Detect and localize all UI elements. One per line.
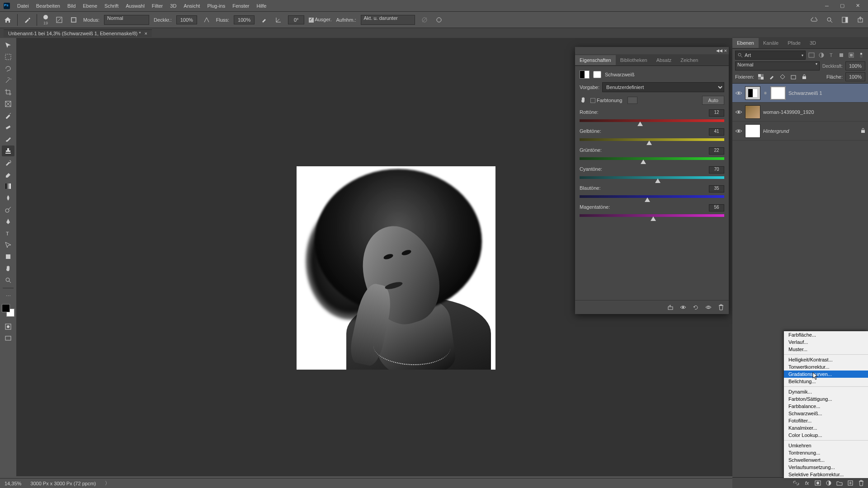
cloud-icon[interactable] — [809, 15, 819, 25]
eraser-tool[interactable] — [2, 169, 14, 180]
layer-name[interactable]: Hintergrund — [763, 128, 789, 134]
history-brush-tool[interactable] — [2, 157, 14, 168]
filter-toggle[interactable] — [857, 51, 865, 59]
menu-item[interactable]: Helligkeit/Kontrast... — [784, 356, 868, 363]
slider-knob[interactable] — [645, 197, 650, 202]
tool-preset-icon[interactable] — [22, 15, 32, 25]
link-layers-icon[interactable] — [792, 479, 800, 487]
deckkr-input[interactable] — [176, 15, 197, 24]
lock-icon[interactable] — [861, 128, 865, 134]
layer-row[interactable]: Hintergrund — [732, 122, 868, 141]
layer-row[interactable]: Schwarzweiß 1 — [732, 84, 868, 103]
color-slider[interactable]: Magentatöne:56 — [580, 204, 724, 219]
layers-tab[interactable]: Pfade — [783, 38, 805, 48]
menu-item[interactable]: Farbbalance... — [784, 403, 868, 410]
slider-value[interactable]: 56 — [709, 204, 724, 211]
pressure-opacity-icon[interactable] — [202, 15, 212, 25]
quickmask-icon[interactable] — [2, 321, 14, 332]
blend-mode-select[interactable]: Normal▾ — [735, 61, 820, 70]
statusbar-chevron-icon[interactable]: 〉 — [105, 480, 110, 487]
menu-item[interactable]: Gradationskurven... — [784, 371, 868, 378]
color-slider[interactable]: Cyantöne:70 — [580, 166, 724, 181]
menu-item[interactable]: Dynamik... — [784, 388, 868, 395]
menu-item[interactable]: Auswahl — [122, 2, 148, 10]
search-icon[interactable] — [825, 15, 835, 25]
layer-trash-icon[interactable] — [857, 479, 865, 487]
menu-item[interactable]: Tonwertkorrektur... — [784, 363, 868, 371]
ausger-checkbox[interactable]: Ausger. — [309, 17, 331, 23]
slider-value[interactable]: 12 — [709, 109, 724, 117]
fx-icon[interactable]: fx — [803, 479, 811, 487]
filter-adj-icon[interactable] — [817, 51, 826, 59]
menu-item[interactable]: Bild — [64, 2, 79, 10]
workspace-icon[interactable] — [840, 15, 850, 25]
clip-icon[interactable] — [666, 303, 675, 311]
slider-value[interactable]: 41 — [709, 128, 724, 136]
modus-select[interactable]: Normal — [104, 15, 149, 25]
slider-knob[interactable] — [646, 141, 652, 145]
eyedropper-tool[interactable] — [2, 110, 14, 121]
deckkraft-input[interactable] — [845, 61, 865, 70]
layer-name[interactable]: Schwarzweiß 1 — [788, 90, 822, 96]
menu-item[interactable]: Fotofilter... — [784, 417, 868, 424]
crop-tool[interactable] — [2, 87, 14, 98]
flaeche-input[interactable] — [845, 72, 865, 81]
layers-tab[interactable]: 3D — [805, 38, 821, 48]
slider-knob[interactable] — [641, 160, 646, 164]
visibility-toggle[interactable] — [735, 89, 742, 97]
shape-tool[interactable] — [2, 251, 14, 262]
filter-pixel-icon[interactable] — [807, 51, 816, 59]
tint-swatch[interactable] — [627, 97, 637, 104]
hand-tool[interactable] — [2, 263, 14, 274]
menu-item[interactable]: Hilfe — [253, 2, 270, 10]
menu-item[interactable]: Schwarzweiß... — [784, 410, 868, 417]
lock-paint-icon[interactable] — [768, 73, 776, 81]
stamp-tool[interactable] — [2, 145, 14, 156]
menu-item[interactable]: Tontrennung... — [784, 449, 868, 456]
menu-item[interactable]: Verlaufsumsetzung... — [784, 464, 868, 471]
filter-smart-icon[interactable] — [847, 51, 855, 59]
lasso-tool[interactable] — [2, 63, 14, 74]
share-icon[interactable] — [855, 15, 865, 25]
link-icon[interactable] — [763, 91, 768, 95]
sample-icon[interactable] — [420, 15, 429, 25]
lock-all-icon[interactable] — [800, 73, 808, 81]
lock-nest-icon[interactable] — [789, 73, 797, 81]
menu-item[interactable]: Bearbeiten — [33, 2, 64, 10]
type-tool[interactable]: T — [2, 228, 14, 239]
layers-tab[interactable]: Ebenen — [732, 38, 759, 48]
menu-item[interactable]: Filter — [148, 2, 166, 10]
angle-input[interactable] — [288, 15, 304, 24]
menu-item[interactable]: 3D — [166, 2, 180, 10]
blur-tool[interactable] — [2, 192, 14, 203]
color-slider[interactable]: Blautöne:35 — [580, 185, 724, 200]
aufnhm-select[interactable]: Akt. u. darunter — [361, 15, 415, 25]
menu-item[interactable]: Umkehren — [784, 442, 868, 449]
color-slider[interactable]: Gelbtöne:41 — [580, 128, 724, 143]
lock-trans-icon[interactable] — [757, 73, 765, 81]
layer-filter-select[interactable]: Art ▾ — [735, 51, 806, 60]
slider-value[interactable]: 35 — [709, 185, 724, 192]
maximize-button[interactable]: ▢ — [835, 2, 849, 10]
edit-toolbar-icon[interactable]: ⋯ — [2, 291, 14, 301]
slider-value[interactable]: 22 — [709, 147, 724, 155]
layers-tab[interactable]: Kanäle — [759, 38, 783, 48]
menu-item[interactable]: Color Lookup... — [784, 432, 868, 439]
path-select-tool[interactable] — [2, 239, 14, 250]
zoom-level[interactable]: 14,35% — [5, 481, 21, 486]
menu-item[interactable]: Schwellenwert... — [784, 456, 868, 464]
close-button[interactable]: ✕ — [851, 2, 864, 10]
menu-item[interactable]: Verlauf... — [784, 338, 868, 346]
slider-knob[interactable] — [651, 216, 656, 221]
color-swatches[interactable] — [2, 304, 14, 317]
collapse-icon[interactable]: ◀◀ — [716, 48, 722, 53]
properties-tab[interactable]: Eigenschaften — [575, 55, 616, 65]
menu-item[interactable]: Kanalmixer... — [784, 424, 868, 432]
move-tool[interactable] — [2, 40, 14, 51]
fluss-input[interactable] — [234, 15, 255, 24]
lock-pos-icon[interactable] — [778, 73, 787, 81]
menu-item[interactable]: Selektive Farbkorrektur... — [784, 471, 868, 478]
mask-icon[interactable] — [593, 71, 601, 78]
layer-row[interactable]: woman-1439909_1920 — [732, 103, 868, 122]
trash-icon[interactable] — [717, 303, 725, 311]
